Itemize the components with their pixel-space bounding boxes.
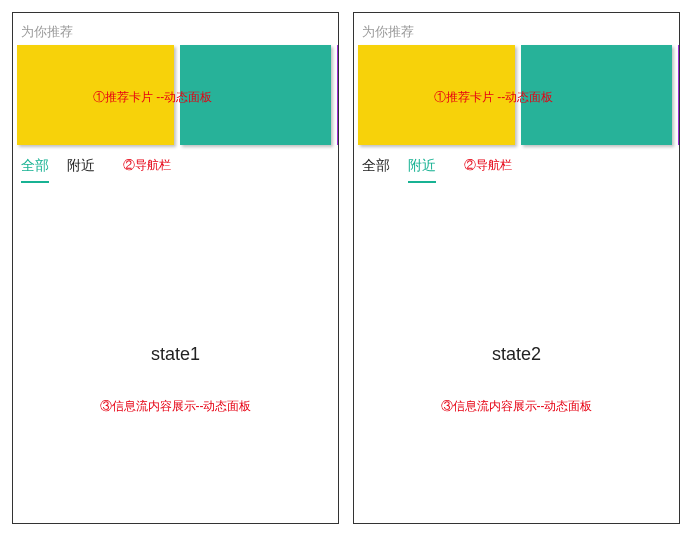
mockup-state1: 为你推荐 ①推荐卡片 --动态面板 全部 附近 ②导航栏 state1 ③信息流… — [12, 12, 339, 524]
nav-bar: 全部 附近 ②导航栏 — [354, 145, 679, 185]
state-label: state2 — [492, 344, 541, 365]
annotation-feed: ③信息流内容展示--动态面板 — [441, 398, 593, 415]
mockup-state2: 为你推荐 ①推荐卡片 --动态面板 全部 附近 ②导航栏 state2 ③信息流… — [353, 12, 680, 524]
section-title: 为你推荐 — [354, 13, 679, 45]
recommendation-card[interactable] — [180, 45, 331, 145]
tab-nearby[interactable]: 附近 — [67, 157, 95, 183]
feed-area: state1 ③信息流内容展示--动态面板 — [13, 185, 338, 523]
section-title: 为你推荐 — [13, 13, 338, 45]
nav-bar: 全部 附近 ②导航栏 — [13, 145, 338, 185]
annotation-nav: ②导航栏 — [464, 157, 512, 174]
annotation-nav: ②导航栏 — [123, 157, 171, 174]
feed-area: state2 ③信息流内容展示--动态面板 — [354, 185, 679, 523]
tab-all[interactable]: 全部 — [21, 157, 49, 183]
recommendation-carousel[interactable]: ①推荐卡片 --动态面板 — [354, 45, 679, 145]
tab-all[interactable]: 全部 — [362, 157, 390, 183]
recommendation-card[interactable] — [358, 45, 515, 145]
tab-nearby[interactable]: 附近 — [408, 157, 436, 183]
state-label: state1 — [151, 344, 200, 365]
recommendation-card[interactable] — [17, 45, 174, 145]
recommendation-card[interactable] — [337, 45, 339, 145]
recommendation-card[interactable] — [678, 45, 680, 145]
recommendation-carousel[interactable]: ①推荐卡片 --动态面板 — [13, 45, 338, 145]
annotation-feed: ③信息流内容展示--动态面板 — [100, 398, 252, 415]
recommendation-card[interactable] — [521, 45, 672, 145]
